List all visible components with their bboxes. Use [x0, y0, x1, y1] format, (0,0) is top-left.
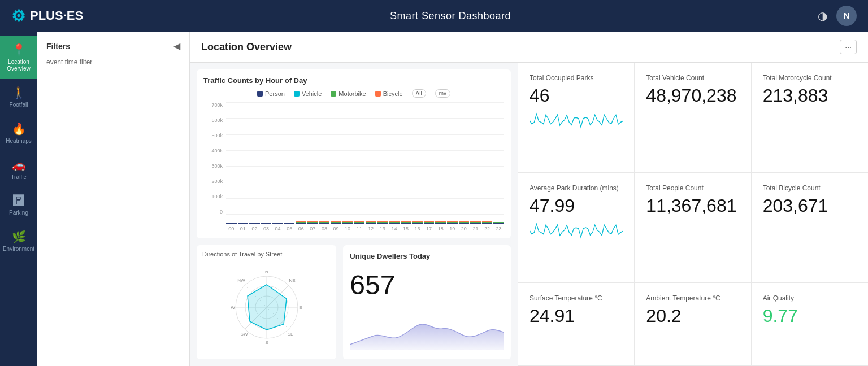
- sidebar-item-footfall[interactable]: 🚶 Footfall: [0, 79, 37, 115]
- metric-label-occupied_parks: Total Occupied Parks: [530, 74, 623, 82]
- filters-header: Filters ◀: [46, 41, 180, 51]
- dwellers-chart: [350, 305, 504, 352]
- bar-chart: 700k600k500k400k300k200k100k0: [203, 102, 504, 226]
- sidebar-item-traffic[interactable]: 🚗 Traffic: [0, 151, 37, 188]
- x-label: 21: [470, 226, 481, 232]
- x-label: 01: [238, 226, 249, 232]
- parking-icon: 🅿: [13, 194, 24, 207]
- theme-toggle-button[interactable]: ◑: [818, 9, 827, 23]
- motorbike-legend-dot: [331, 91, 336, 97]
- bar-group: [470, 221, 481, 224]
- sidebar-item-heatmaps[interactable]: 🔥 Heatmaps: [0, 115, 37, 151]
- unique-dwellers-card: Unique Dwellers Today 657: [343, 245, 511, 359]
- bar-group: [366, 221, 376, 224]
- bar-group: [401, 221, 411, 224]
- directions-card: Directions of Travel by Street: [197, 245, 336, 359]
- svg-text:SW: SW: [240, 332, 248, 337]
- x-label: 18: [435, 226, 446, 232]
- x-label: 16: [412, 226, 423, 232]
- metric-value-occupied_parks: 46: [530, 86, 623, 104]
- radar-container: N S E W NE NW SW SE: [202, 261, 331, 354]
- metric-label-ambient_temp: Ambient Temperature °C: [646, 294, 739, 302]
- content-area: Filters ◀ event time filter Location Ove…: [37, 32, 868, 366]
- metric-label-people_count: Total People Count: [646, 184, 739, 192]
- bar-chart-container: 700k600k500k400k300k200k100k0: [203, 102, 504, 232]
- legend-motorbike: Motorbike: [331, 90, 366, 97]
- x-label: 17: [424, 226, 435, 232]
- metric-card-air_quality: Air Quality9.77: [752, 283, 868, 366]
- sidebar: 📍 Location Overview 🚶 Footfall 🔥 Heatmap…: [0, 32, 37, 366]
- legend-bicycle: Bicycle: [375, 90, 403, 97]
- header-title: Smart Sensor Dashboard: [390, 10, 511, 22]
- page-title: Location Overview: [201, 41, 292, 53]
- y-axis: 700k600k500k400k300k200k100k0: [203, 102, 225, 215]
- metric-value-motorcycle_count: 213,883: [763, 86, 857, 104]
- legend-all-button[interactable]: All: [412, 89, 426, 98]
- environment-icon: 🌿: [12, 230, 26, 243]
- dashboard-options-button[interactable]: ···: [840, 40, 857, 54]
- svg-text:NE: NE: [289, 278, 295, 283]
- motorbike-legend-label: Motorbike: [338, 90, 366, 97]
- legend-mv-button[interactable]: mv: [435, 89, 450, 98]
- svg-marker-7: [248, 285, 287, 330]
- metric-card-surface_temp: Surface Temperature °C24.91: [518, 283, 635, 366]
- filters-collapse-button[interactable]: ◀: [173, 41, 180, 51]
- metric-value-park_duration: 47.99: [530, 197, 623, 215]
- dwellers-sparkline: [350, 305, 504, 350]
- x-label: 19: [447, 226, 458, 232]
- sidebar-label-traffic: Traffic: [11, 174, 26, 181]
- bar-group: [493, 222, 504, 224]
- location-icon: 📍: [12, 43, 26, 56]
- dashboard-content: Traffic Counts by Hour of Day Person Veh…: [190, 63, 868, 366]
- sidebar-item-parking[interactable]: 🅿 Parking: [0, 188, 37, 223]
- metric-card-vehicle_count: Total Vehicle Count48,970,238: [635, 63, 751, 173]
- metric-sparkline-occupied_parks: [530, 109, 623, 132]
- bar-group: [319, 221, 330, 224]
- heatmaps-icon: 🔥: [12, 122, 26, 136]
- bottom-charts: Directions of Travel by Street: [197, 245, 511, 359]
- metric-card-occupied_parks: Total Occupied Parks46: [518, 63, 635, 173]
- x-label: 02: [249, 226, 260, 232]
- filters-panel: Filters ◀ event time filter: [37, 32, 190, 366]
- person-legend-dot: [257, 91, 263, 97]
- legend-vehicle: Vehicle: [294, 90, 322, 97]
- x-label: 08: [319, 226, 330, 232]
- sidebar-label-parking: Parking: [9, 210, 28, 216]
- filters-title: Filters: [46, 42, 70, 51]
- sidebar-label-environment: Environment: [3, 246, 34, 252]
- x-label: 12: [366, 226, 376, 232]
- x-label: 10: [342, 226, 353, 232]
- sidebar-item-location[interactable]: 📍 Location Overview: [0, 36, 37, 79]
- x-label: 03: [261, 226, 272, 232]
- bar-group: [238, 223, 249, 224]
- bicycle-legend-label: Bicycle: [383, 90, 403, 97]
- bar-group: [424, 221, 435, 224]
- bar-group: [482, 221, 493, 224]
- sidebar-item-environment[interactable]: 🌿 Environment: [0, 223, 37, 259]
- metric-value-air_quality: 9.77: [763, 307, 857, 325]
- bar-group: [412, 221, 423, 224]
- metric-value-bicycle_count: 203,671: [763, 197, 857, 215]
- dwellers-title: Unique Dwellers Today: [350, 252, 504, 260]
- avatar[interactable]: N: [836, 6, 857, 26]
- bar-group: [307, 221, 318, 224]
- bar-group: [272, 223, 283, 224]
- x-label: 06: [296, 226, 306, 232]
- bar-group: [296, 221, 306, 224]
- metrics-panel: Total Occupied Parks46Total Vehicle Coun…: [518, 63, 868, 366]
- x-label: 05: [284, 226, 295, 232]
- bar-group: [354, 221, 364, 224]
- header: ⚙ PLUS·ES Smart Sensor Dashboard ◑ N: [0, 0, 868, 32]
- x-label: 22: [482, 226, 493, 232]
- svg-text:SE: SE: [287, 332, 293, 337]
- metric-value-surface_temp: 24.91: [530, 307, 623, 325]
- svg-text:N: N: [265, 269, 268, 274]
- vehicle-legend-dot: [294, 91, 300, 97]
- svg-text:W: W: [231, 305, 235, 310]
- chart-title: Traffic Counts by Hour of Day: [203, 76, 504, 85]
- dashboard-main: Location Overview ··· Traffic Counts by …: [190, 32, 868, 366]
- sidebar-label-footfall: Footfall: [10, 102, 28, 108]
- vehicle-legend-label: Vehicle: [302, 90, 322, 97]
- bar-group: [249, 223, 260, 224]
- bar-group: [447, 221, 458, 224]
